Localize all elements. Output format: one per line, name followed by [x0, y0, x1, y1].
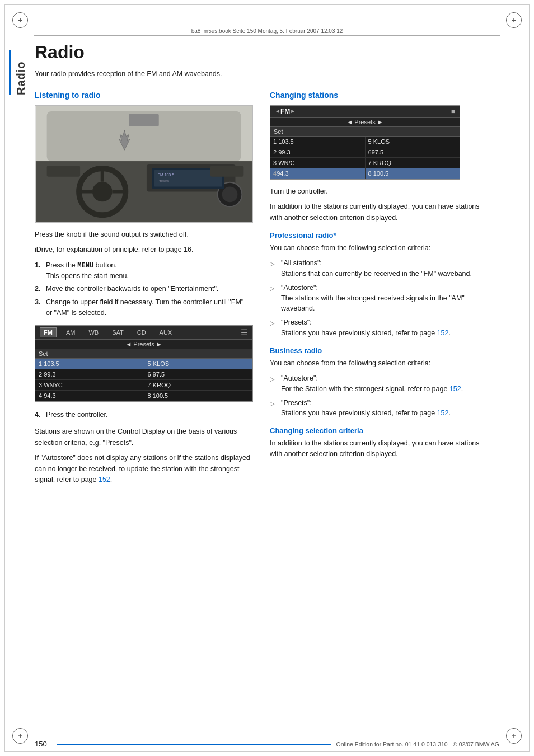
svg-text:Presets: Presets — [158, 179, 169, 182]
rs-presets: ◄ Presets ► — [270, 118, 460, 127]
body-text-3: Stations are shown on the Control Displa… — [35, 426, 253, 448]
link-152-bus-2[interactable]: 152 — [437, 409, 449, 417]
rs-cell-1r: 5 KLOS — [366, 137, 460, 147]
tab-fm: FM — [40, 327, 57, 337]
bus-item-2: ▷ "Presets": Stations you have previousl… — [270, 398, 499, 419]
page-footer: 150 Online Edition for Part no. 01 41 0 … — [35, 740, 499, 748]
main-content: Radio Your radio provides reception of t… — [35, 43, 499, 728]
bullet-arrow-bus-1: ▷ — [270, 374, 277, 395]
station-4-right: 8 100.5 — [144, 391, 253, 401]
station-row-1: 1 103.5 5 KLOS — [35, 359, 252, 369]
steps-list: 1. Press the MENU button.This opens the … — [35, 260, 253, 318]
link-152-prof[interactable]: 152 — [437, 329, 449, 337]
footer-text: Online Edition for Part no. 01 41 0 013 … — [336, 741, 499, 748]
tab-aux: AUX — [156, 327, 176, 337]
link-152-bus-1[interactable]: 152 — [449, 385, 461, 393]
changing-stations-heading: Changing stations — [270, 91, 499, 100]
business-list: ▷ "Autostore": For the Station with the … — [270, 373, 499, 419]
bus-item-1: ▷ "Autostore": For the Station with the … — [270, 373, 499, 395]
svg-point-10 — [222, 187, 238, 203]
rs-cell-3l: 3 WN/C — [270, 158, 366, 168]
svg-rect-15 — [47, 166, 80, 177]
rs-set: Set — [270, 127, 460, 137]
rs-row-3: 3 WN/C 7 KROQ — [270, 158, 460, 168]
radio-tabs: FM AM WB SAT CD AUX — [40, 327, 176, 337]
tab-cd: CD — [133, 327, 150, 337]
page-title: Radio — [35, 43, 499, 62]
rs-cell-4r: 8 100.5 — [366, 168, 460, 179]
step-1: 1. Press the MENU button.This opens the … — [35, 260, 250, 281]
bullet-arrow-bus-2: ▷ — [270, 399, 277, 419]
tab-wb: WB — [85, 327, 102, 337]
left-column: Listening to radio — [35, 91, 253, 490]
radio-screen-small: FM AM WB SAT CD AUX ☰ ◄ Presets ► Set 1 … — [35, 325, 253, 402]
rs-cell-3r: 7 KROQ — [366, 158, 460, 168]
business-radio-heading: Business radio — [270, 346, 499, 355]
rs-row-2: 2 99.3 697.5 — [270, 147, 460, 158]
right-column: Changing stations ◄ FM ► ■ ◄ Presets ► S… — [270, 91, 499, 490]
station-row-2: 2 99.3 6 97.5 — [35, 369, 252, 380]
screen-icon: ☰ — [241, 328, 248, 337]
changing-criteria-heading: Changing selection criteria — [270, 426, 499, 435]
rs-row-1: 1 103.5 5 KLOS — [270, 137, 460, 147]
tab-am: AM — [62, 327, 79, 337]
station-3-left: 3 WNYC — [35, 380, 144, 390]
page-number: 150 — [35, 740, 57, 748]
radio-screen-large: ◄ FM ► ■ ◄ Presets ► Set 1 103.5 5 KLOS … — [270, 105, 460, 180]
professional-radio-heading: Professional radio* — [270, 231, 499, 240]
compass-br — [506, 728, 522, 744]
link-152-autostore[interactable]: 152 — [99, 476, 110, 483]
step-4-list: 4. Press the controller. — [35, 410, 253, 420]
compass-tr — [506, 12, 522, 28]
prof-item-2: ▷ "Autostore": The stations with the str… — [270, 283, 499, 314]
listening-heading: Listening to radio — [35, 91, 253, 100]
rs-stations: 1 103.5 5 KLOS 2 99.3 697.5 3 WN/C 7 KRO… — [270, 137, 460, 179]
professional-list: ▷ "All stations": Stations that can curr… — [270, 258, 499, 338]
menu-label: MENU — [77, 262, 93, 270]
tab-sat: SAT — [108, 327, 128, 337]
station-row-4: 4 94.3 8 100.5 — [35, 391, 252, 401]
rs-cell-4l: 494.3 — [270, 168, 366, 179]
compass-tl — [12, 12, 28, 28]
bullet-arrow-3: ▷ — [270, 318, 277, 339]
set-row: Set — [35, 349, 252, 359]
body-text-1: Press the knob if the sound output is sw… — [35, 229, 253, 240]
step-2: 2. Move the controller backwards to open… — [35, 284, 250, 294]
station-row-3: 3 WNYC 7 KROQ — [35, 380, 252, 391]
rs-top: ◄ FM ► ■ — [270, 106, 460, 118]
footer-line — [57, 744, 331, 745]
step-3: 3. Change to upper field if necessary. T… — [35, 297, 250, 318]
station-4-left: 4 94.3 — [35, 391, 144, 401]
station-1-right: 5 KLOS — [144, 359, 253, 369]
svg-point-4 — [92, 182, 113, 202]
svg-rect-16 — [210, 166, 243, 177]
rs-icon: ■ — [451, 107, 455, 115]
rs-right-arrow: ► — [290, 108, 296, 114]
stations-grid: 1 103.5 5 KLOS 2 99.3 6 97.5 3 WNYC 7 KR… — [35, 359, 252, 401]
presets-row: ◄ Presets ► — [35, 340, 252, 349]
car-dashboard-image: FM 103.5 Presets — [35, 105, 253, 223]
step-4: 4. Press the controller. — [35, 410, 250, 420]
rs-fm-label: FM — [280, 107, 290, 115]
rs-cell-2r: 697.5 — [366, 147, 460, 157]
bullet-arrow-2: ▷ — [270, 284, 277, 314]
svg-text:FM  103.5: FM 103.5 — [158, 173, 174, 177]
file-info-text: ba8_m5us.book Seite 150 Montag, 5. Febru… — [191, 28, 343, 34]
rs-cell-2l: 2 99.3 — [270, 147, 366, 157]
svg-rect-17 — [129, 114, 158, 126]
station-2-right: 6 97.5 — [144, 369, 253, 379]
in-addition-text: In addition to the stations currently di… — [270, 201, 488, 223]
body-text-4: If "Autostore" does not display any stat… — [35, 453, 253, 485]
two-column-layout: Listening to radio — [35, 91, 499, 490]
station-3-right: 7 KROQ — [144, 380, 253, 390]
prof-item-3: ▷ "Presets": Stations you have previousl… — [270, 317, 499, 339]
radio-tabs-row: FM AM WB SAT CD AUX ☰ — [35, 326, 252, 340]
sidebar-radio-label: Radio — [9, 50, 29, 95]
bullet-arrow-1: ▷ — [270, 259, 277, 279]
professional-intro: You can choose from the following select… — [270, 243, 488, 253]
station-2-left: 2 99.3 — [35, 369, 144, 379]
file-info-bar: ba8_m5us.book Seite 150 Montag, 5. Febru… — [34, 26, 500, 36]
rs-cell-1l: 1 103.5 — [270, 137, 366, 147]
rs-row-4: 494.3 8 100.5 — [270, 168, 460, 179]
compass-bl — [12, 728, 28, 744]
